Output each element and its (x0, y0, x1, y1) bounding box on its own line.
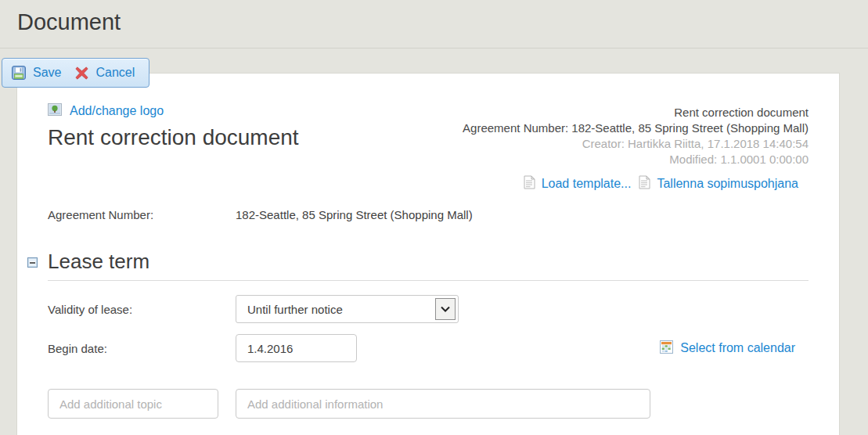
cancel-button-label: Cancel (95, 66, 135, 80)
document-head: Add/change logo Rent correction document… (48, 103, 809, 167)
validity-select[interactable]: Until further notice (236, 295, 459, 323)
info-modified: Modified: 1.1.0001 0:00:00 (463, 152, 809, 167)
load-template-link[interactable]: Load template... (524, 175, 632, 192)
document-info: Rent correction document Agreement Numbe… (463, 103, 809, 167)
info-title: Rent correction document (463, 105, 809, 120)
validity-row: Validity of lease: Until further notice (48, 295, 809, 323)
document-file-icon (639, 175, 650, 192)
info-agreement-number: Agreement Number: 182-Seattle, 85 Spring… (463, 120, 809, 136)
lease-term-heading: Lease term (48, 250, 809, 274)
begin-date-row: Begin date: Select from calendar (48, 334, 809, 362)
calendar-icon (660, 340, 673, 357)
additional-fields-row (48, 389, 809, 419)
cancel-icon (75, 67, 88, 80)
save-button[interactable]: Save (12, 66, 61, 80)
collapse-icon[interactable] (27, 257, 38, 271)
chevron-down-icon (435, 298, 456, 320)
document-title: Rent correction document (48, 125, 299, 150)
validity-selected-value: Until further notice (247, 303, 343, 316)
page-title: Document (0, 0, 868, 49)
document-file-icon (524, 175, 535, 192)
lease-term-section-header: Lease term (48, 250, 809, 281)
add-change-logo-label: Add/change logo (70, 104, 164, 118)
begin-date-input[interactable] (236, 334, 357, 362)
agreement-number-row: Agreement Number: 182-Seattle, 85 Spring… (48, 208, 809, 221)
select-from-calendar-link[interactable]: Select from calendar (660, 340, 795, 357)
template-links: Load template... Tallenna sopimuspohjana (48, 175, 798, 192)
toolbar: Save Cancel (2, 58, 149, 88)
save-template-link[interactable]: Tallenna sopimuspohjana (639, 175, 798, 192)
cancel-button[interactable]: Cancel (75, 66, 135, 80)
agreement-number-label: Agreement Number: (48, 208, 236, 221)
begin-date-label: Begin date: (48, 342, 236, 355)
save-button-label: Save (33, 66, 61, 80)
image-icon (48, 103, 62, 119)
document-panel: Add/change logo Rent correction document… (16, 73, 840, 435)
validity-label: Validity of lease: (48, 303, 236, 316)
save-icon (12, 66, 26, 80)
document-head-left: Add/change logo Rent correction document (48, 103, 299, 167)
additional-information-input[interactable] (236, 389, 650, 419)
agreement-number-value: 182-Seattle, 85 Spring Street (Shopping … (236, 208, 473, 221)
save-template-label: Tallenna sopimuspohjana (657, 177, 798, 191)
add-change-logo-link[interactable]: Add/change logo (48, 103, 299, 119)
load-template-label: Load template... (542, 177, 632, 191)
info-creator: Creator: Hartikka Riitta, 17.1.2018 14:4… (463, 136, 809, 152)
select-from-calendar-label: Select from calendar (680, 341, 795, 355)
additional-topic-input[interactable] (48, 389, 218, 419)
